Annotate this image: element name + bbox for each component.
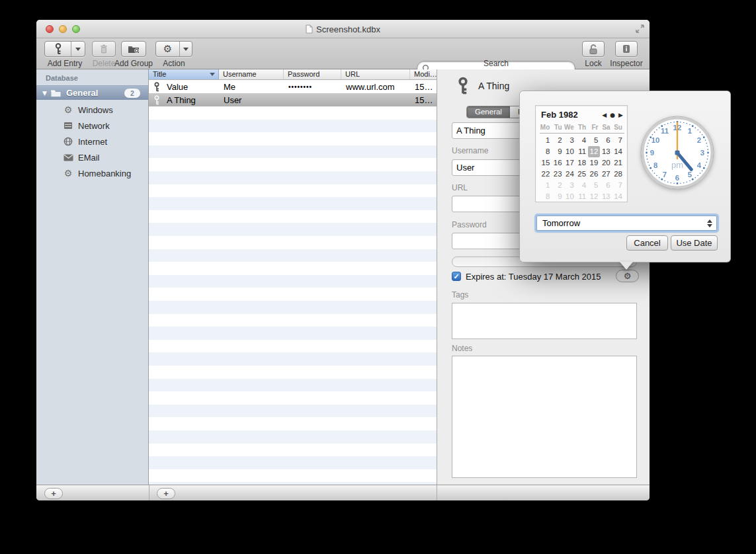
sidebar-item-label: Homebanking xyxy=(78,169,131,178)
url-label: URL xyxy=(452,183,468,192)
key-icon xyxy=(153,95,160,105)
inspector-button[interactable] xyxy=(615,41,638,57)
document-icon xyxy=(306,24,313,34)
table-empty-row xyxy=(149,469,437,483)
table-row[interactable]: Value Me •••••••• www.url.com 15… xyxy=(149,80,437,93)
table-row-selected[interactable]: A Thing User 15… xyxy=(149,93,437,106)
username-label: Username xyxy=(452,146,488,155)
calendar-day[interactable]: 10 xyxy=(564,146,576,157)
calendar-day[interactable]: 3 xyxy=(564,135,576,146)
table-empty-row xyxy=(149,197,437,210)
delete-button[interactable] xyxy=(92,41,116,57)
add-group-plus-button[interactable]: + xyxy=(44,488,63,499)
add-entry-button[interactable] xyxy=(44,41,85,57)
calendar-prev-button[interactable]: ◀ xyxy=(602,112,607,118)
column-header-modified[interactable]: Modi… xyxy=(410,69,437,79)
table-empty-row xyxy=(149,379,437,392)
lock-button[interactable] xyxy=(582,41,605,57)
sidebar-item-label: EMail xyxy=(78,153,100,163)
date-preset-select[interactable]: Tomorrow xyxy=(536,216,717,231)
calendar-day[interactable]: 19 xyxy=(588,157,600,169)
sidebar-item-windows[interactable]: ⚙ Windows xyxy=(36,102,148,118)
column-header-username[interactable]: Username xyxy=(219,69,284,79)
sidebar-item-homebanking[interactable]: ⚙ Homebanking xyxy=(36,165,148,181)
calendar-day[interactable]: 20 xyxy=(600,157,612,169)
envelope-icon xyxy=(63,154,73,161)
title-bar[interactable]: Screenshot.kdbx xyxy=(36,20,650,38)
calendar-day[interactable]: 11 xyxy=(576,191,588,202)
calendar-day[interactable]: 2 xyxy=(552,180,564,191)
calendar-day[interactable]: 6 xyxy=(600,180,612,191)
calendar-day[interactable]: 12 xyxy=(588,191,600,202)
column-header-url[interactable]: URL xyxy=(341,69,410,79)
calendar-day[interactable]: 10 xyxy=(564,191,576,202)
table-empty-row xyxy=(149,314,437,327)
calendar-day[interactable]: 21 xyxy=(612,157,624,169)
notes-field[interactable] xyxy=(452,356,637,478)
sidebar-item-internet[interactable]: Internet xyxy=(36,134,148,149)
calendar-day[interactable]: 4 xyxy=(576,135,588,146)
calendar-day[interactable]: 5 xyxy=(588,180,600,191)
calendar-day[interactable]: 25 xyxy=(576,169,588,180)
calendar-day[interactable]: 16 xyxy=(552,157,564,169)
calendar-day[interactable]: 11 xyxy=(576,146,588,157)
calendar-day[interactable]: 7 xyxy=(612,180,624,191)
svg-text:1: 1 xyxy=(688,127,693,135)
sidebar-item-email[interactable]: EMail xyxy=(36,149,148,165)
calendar-weekday: Sa xyxy=(600,124,612,131)
svg-text:7: 7 xyxy=(663,171,667,178)
cell-title: A Thing xyxy=(167,95,219,105)
calendar-day[interactable]: 3 xyxy=(564,180,576,191)
server-icon xyxy=(63,122,73,130)
sidebar-group-general[interactable]: ▼ General 2 xyxy=(36,85,148,100)
tab-general[interactable]: General xyxy=(467,106,510,118)
calendar-day[interactable]: 1 xyxy=(540,135,552,146)
calendar-day[interactable]: 8 xyxy=(540,146,552,157)
add-entry-plus-button[interactable]: + xyxy=(157,488,175,499)
calendar-day[interactable]: 17 xyxy=(564,157,576,169)
calendar-day[interactable]: 12 xyxy=(588,146,600,157)
key-icon xyxy=(457,76,469,96)
calendar-day[interactable]: 2 xyxy=(552,135,564,146)
calendar-day[interactable]: 4 xyxy=(576,180,588,191)
calendar-day[interactable]: 28 xyxy=(612,169,624,180)
action-button[interactable]: ⚙ xyxy=(155,41,192,57)
column-header-password[interactable]: Password xyxy=(284,69,341,79)
calendar-day[interactable]: 14 xyxy=(612,146,624,157)
expires-checkbox[interactable]: ✓ xyxy=(452,272,461,281)
resize-icon[interactable] xyxy=(635,24,645,34)
calendar-day[interactable]: 23 xyxy=(552,169,564,180)
table-empty-row xyxy=(149,158,437,171)
calendar-day[interactable]: 18 xyxy=(576,157,588,169)
calendar-day[interactable]: 15 xyxy=(540,157,552,169)
calendar-day[interactable]: 13 xyxy=(600,191,612,202)
search-label: Search xyxy=(417,59,575,68)
calendar-today-button[interactable]: ● xyxy=(610,112,615,118)
calendar-day[interactable]: 27 xyxy=(600,169,612,180)
calendar-next-button[interactable]: ▶ xyxy=(618,112,623,118)
calendar-day[interactable]: 26 xyxy=(588,169,600,180)
calendar-day[interactable]: 22 xyxy=(540,169,552,180)
tags-field[interactable] xyxy=(452,303,637,339)
calendar-day[interactable]: 5 xyxy=(588,135,600,146)
disclosure-triangle-icon[interactable]: ▼ xyxy=(42,90,50,97)
svg-text:4: 4 xyxy=(697,161,702,169)
calendar-day[interactable]: 9 xyxy=(552,146,564,157)
gear-icon: ⚙ xyxy=(163,44,172,54)
action-label: Action xyxy=(155,59,192,68)
add-group-button[interactable] xyxy=(121,41,146,57)
calendar-day[interactable]: 14 xyxy=(612,191,624,202)
calendar-day[interactable]: 24 xyxy=(564,169,576,180)
use-date-button[interactable]: Use Date xyxy=(671,235,718,251)
calendar-day[interactable]: 13 xyxy=(600,146,612,157)
expires-gear-button[interactable]: ⚙ xyxy=(616,270,639,282)
calendar-day[interactable]: 9 xyxy=(552,191,564,202)
cancel-button[interactable]: Cancel xyxy=(626,235,668,251)
sidebar-item-network[interactable]: Network xyxy=(36,118,148,134)
calendar-day[interactable]: 8 xyxy=(540,191,552,202)
calendar-day[interactable]: 6 xyxy=(600,135,612,146)
calendar-day[interactable]: 1 xyxy=(540,180,552,191)
calendar-day[interactable]: 7 xyxy=(612,135,624,146)
table-empty-row xyxy=(149,456,437,469)
column-header-title[interactable]: Title xyxy=(149,69,219,79)
